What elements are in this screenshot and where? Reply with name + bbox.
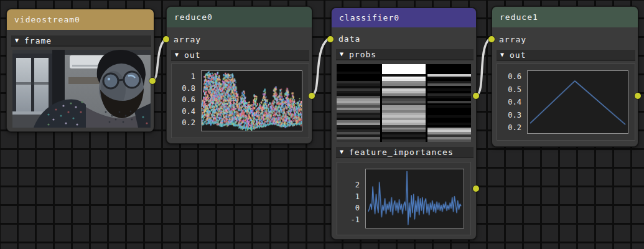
triangle-line-chart xyxy=(528,71,628,133)
wire-classifier0-to-reduce1[interactable] xyxy=(477,39,489,95)
node-header-reduce0[interactable]: reduce0 xyxy=(167,7,312,27)
y-axis-ticks: 0.60.50.40.30.2 xyxy=(497,70,527,134)
section-label: out xyxy=(510,50,526,60)
feature-importances-chart xyxy=(366,169,464,228)
spacer xyxy=(7,30,154,35)
webcam-image xyxy=(12,50,151,128)
section-label: frame xyxy=(24,36,52,45)
output-port-out[interactable] xyxy=(635,93,641,99)
section-bar-out[interactable]: ▼ out xyxy=(497,50,635,61)
wire-videostream0-to-reduce0[interactable] xyxy=(153,39,165,80)
node-title: reduce0 xyxy=(174,12,213,22)
axis-tick-label: 0.2 xyxy=(182,119,195,126)
collapse-icon: ▼ xyxy=(175,52,179,58)
y-axis-ticks: 210-1 xyxy=(337,169,365,228)
heatmap-column xyxy=(427,64,471,142)
plot-area xyxy=(201,70,302,131)
node-reduce1[interactable]: reduce1 array ▼ out 0.60.50.40.30.2 xyxy=(492,6,638,147)
input-row-data: data xyxy=(332,27,476,49)
section-bar-frame[interactable]: ▼ frame xyxy=(11,35,151,47)
axis-tick-label: 1 xyxy=(355,193,360,200)
section-label: feature_importances xyxy=(349,148,454,157)
heatmap-column xyxy=(382,64,426,142)
section-label: out xyxy=(184,50,200,60)
axis-tick-label: 0.6 xyxy=(182,96,195,103)
section-bar-out[interactable]: ▼ out xyxy=(171,50,309,61)
collapse-icon: ▼ xyxy=(500,52,505,58)
node-title: reduce1 xyxy=(500,12,538,22)
input-port-data[interactable] xyxy=(327,36,334,42)
axis-tick-label: 0.6 xyxy=(508,73,521,80)
heatmap-cell xyxy=(427,139,471,142)
heatmap-column xyxy=(337,64,380,142)
wire-reduce0-to-classifier0[interactable] xyxy=(313,39,328,95)
section-bar-probs[interactable]: ▼ probs xyxy=(336,49,474,60)
output-port-frame[interactable] xyxy=(149,78,156,84)
axis-tick-label: 0 xyxy=(355,204,360,212)
output-port-feature-importances[interactable] xyxy=(473,186,479,192)
input-label: array xyxy=(174,35,201,44)
axis-tick-label: 0.5 xyxy=(508,86,521,93)
node-header-videostream0[interactable]: videostream0 xyxy=(7,9,154,30)
axis-tick-label: 1 xyxy=(191,73,195,80)
probs-heatmap xyxy=(337,64,471,142)
axis-tick-label: 0.3 xyxy=(508,111,521,119)
confetti-chart xyxy=(202,71,302,131)
section-bar-feature-importances[interactable]: ▼ feature_importances xyxy=(336,147,474,158)
node-reduce0[interactable]: reduce0 array ▼ out 10.80.60.40.2 xyxy=(166,6,312,144)
input-row-array: array xyxy=(167,27,312,50)
input-port-array[interactable] xyxy=(163,36,169,42)
node-videostream0[interactable]: videostream0 ▼ frame xyxy=(6,9,154,132)
input-row-array: array xyxy=(492,27,638,50)
collapse-icon: ▼ xyxy=(15,37,19,44)
node-editor-canvas[interactable]: videostream0 ▼ frame xyxy=(0,0,644,249)
collapse-icon: ▼ xyxy=(340,149,344,155)
axis-tick-label: 2 xyxy=(355,181,360,189)
plot-area xyxy=(527,70,628,134)
input-port-array[interactable] xyxy=(488,36,495,42)
axis-tick-label: 0.8 xyxy=(182,85,195,92)
webcam-preview xyxy=(12,50,151,128)
heatmap-cell xyxy=(337,139,380,142)
node-header-reduce1[interactable]: reduce1 xyxy=(492,7,638,27)
chart-widget-out: 10.80.60.40.2 xyxy=(171,63,309,138)
node-title: videostream0 xyxy=(14,15,80,24)
node-classifier0[interactable]: classifier0 data ▼ probs ▼ feature_impor… xyxy=(331,7,477,240)
chart-widget-feature-importances: 210-1 xyxy=(337,162,471,235)
section-label: probs xyxy=(349,50,376,59)
axis-tick-label: 0.2 xyxy=(508,124,521,131)
y-axis-ticks: 10.80.60.40.2 xyxy=(172,70,201,131)
chart-widget-out: 0.60.50.40.30.2 xyxy=(497,63,635,141)
heatmap-cell xyxy=(382,139,426,142)
axis-tick-label: 0.4 xyxy=(508,98,521,106)
axis-tick-label: -1 xyxy=(351,216,360,223)
plot-area xyxy=(365,169,464,228)
collapse-icon: ▼ xyxy=(340,51,344,57)
input-label: array xyxy=(499,35,526,44)
output-port-probs[interactable] xyxy=(473,93,479,99)
input-label: data xyxy=(338,34,360,44)
axis-tick-label: 0.4 xyxy=(182,108,195,115)
node-title: classifier0 xyxy=(339,13,399,22)
node-header-classifier0[interactable]: classifier0 xyxy=(332,8,476,27)
output-port-out[interactable] xyxy=(309,93,315,99)
